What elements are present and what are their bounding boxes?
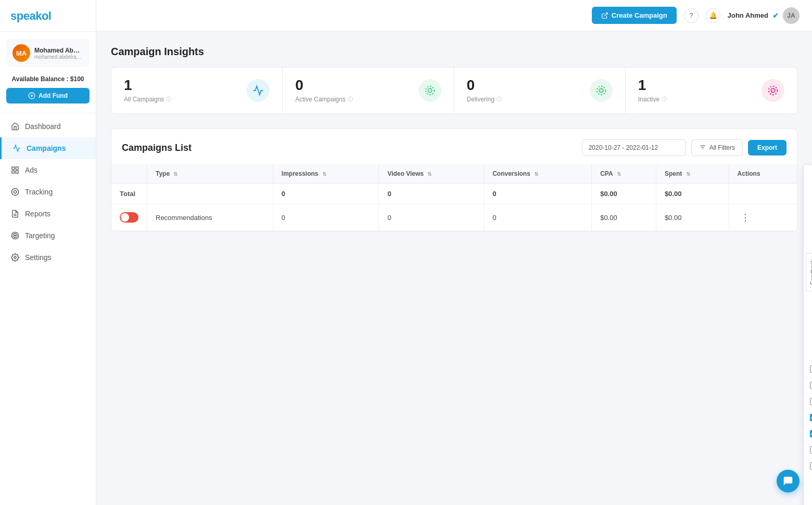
- svg-point-15: [15, 235, 16, 237]
- table-header-row: Type ⇅ Impressions ⇅ Video Views ⇅ Conve…: [111, 164, 797, 184]
- nav-item-settings[interactable]: Settings: [0, 247, 96, 268]
- campaigns-icon: [12, 144, 21, 153]
- svg-point-23: [769, 86, 778, 95]
- all-campaigns-icon: [247, 79, 270, 102]
- create-campaign-button[interactable]: Create Campaign: [592, 7, 677, 24]
- feedback-button[interactable]: Feedback: [806, 253, 813, 291]
- settings-icon: [10, 253, 20, 262]
- campaign-actions: ⋮: [729, 204, 797, 231]
- insight-all-value: 1: [124, 78, 171, 93]
- campaign-video-views: 0: [379, 204, 484, 231]
- table-row-total: Total 0 0 0 $0.00 $0.00: [111, 184, 797, 204]
- total-spent: $0.00: [656, 184, 729, 204]
- svg-point-19: [425, 86, 434, 95]
- main-content: Create Campaign ? 🔔 John Ahmed ✔ JA Camp…: [96, 0, 812, 505]
- nav-item-reports[interactable]: Reports: [0, 203, 96, 225]
- campaign-type: Recommendations: [147, 204, 273, 231]
- col-checkbox-type[interactable]: [810, 414, 812, 421]
- total-actions: [729, 184, 797, 204]
- svg-point-20: [599, 88, 603, 92]
- th-conversions[interactable]: Conversions ⇅: [484, 164, 592, 184]
- insight-delivering: 0 Delivering ⓘ: [454, 68, 626, 113]
- logo-text: speakol: [10, 9, 51, 22]
- total-type: [147, 184, 273, 204]
- col-item-ctr: ⠿ CTR: [804, 458, 812, 474]
- col-checkbox-clicks[interactable]: [810, 446, 812, 454]
- all-campaigns-info-icon[interactable]: ⓘ: [166, 96, 171, 103]
- export-button[interactable]: Export: [748, 140, 786, 156]
- total-conversions: 0: [484, 184, 592, 204]
- campaigns-table: Type ⇅ Impressions ⇅ Video Views ⇅ Conve…: [111, 164, 797, 231]
- th-impressions[interactable]: Impressions ⇅: [273, 164, 379, 184]
- nav-item-ads[interactable]: Ads: [0, 159, 96, 181]
- inactive-info-icon[interactable]: ⓘ: [662, 96, 667, 103]
- ads-icon: [10, 165, 20, 175]
- insight-inactive-value: 1: [638, 78, 667, 93]
- col-item-type: ⠿ Type: [804, 410, 812, 426]
- insight-delivering-value: 0: [467, 78, 502, 93]
- divider: [0, 113, 96, 113]
- th-toggle: [111, 164, 147, 184]
- total-cpa: $0.00: [592, 184, 656, 204]
- campaign-toggle[interactable]: [120, 212, 138, 223]
- total-impressions: 0: [273, 184, 379, 204]
- notification-bell-button[interactable]: 🔔: [706, 8, 720, 23]
- nav-item-campaigns[interactable]: Campaigns: [0, 137, 96, 159]
- svg-point-21: [597, 86, 606, 95]
- list-header: Campaigns List All Filters Export: [111, 139, 797, 164]
- sidebar: speakol MA Mohamed Abdelr... mohamed.abd…: [0, 0, 96, 505]
- tracking-icon: [10, 187, 20, 197]
- col-checkbox-status[interactable]: [810, 398, 812, 405]
- th-video-views[interactable]: Video Views ⇅: [379, 164, 484, 184]
- campaigns-list-section: Campaigns List All Filters Export: [111, 128, 797, 231]
- col-checkbox-account-name[interactable]: [810, 382, 812, 389]
- add-fund-button[interactable]: Add Fund: [6, 88, 90, 103]
- help-icon-button[interactable]: ?: [684, 8, 699, 23]
- svg-line-17: [604, 12, 607, 16]
- avatar: MA: [12, 44, 30, 62]
- col-checkbox-ctr[interactable]: [810, 462, 812, 470]
- svg-point-5: [11, 188, 18, 195]
- reports-icon: [10, 209, 20, 218]
- campaign-spent: $0.00: [656, 204, 729, 231]
- nav-item-tracking[interactable]: Tracking: [0, 181, 96, 203]
- header-avatar: JA: [783, 7, 800, 24]
- inactive-icon: [762, 79, 784, 102]
- table-row: Recommendations 0 0 0 $0.00 $0.00 ⋮: [111, 204, 797, 231]
- col-item-impressions: ⠿ Impressions: [804, 426, 812, 442]
- user-name: Mohamed Abdelr...: [34, 47, 83, 54]
- campaign-impressions: 0: [273, 204, 379, 231]
- list-controls: All Filters Export: [582, 139, 786, 156]
- header-user[interactable]: John Ahmed ✔ JA: [728, 7, 800, 24]
- col-item-campaign-name: ⠿ Campaign Name: [804, 361, 812, 378]
- total-label: Total: [111, 184, 147, 204]
- delivering-icon: [590, 79, 613, 102]
- svg-point-18: [428, 88, 432, 92]
- insight-inactive: 1 Inactive ⓘ: [626, 68, 797, 113]
- svg-point-16: [14, 256, 16, 258]
- date-range-input[interactable]: [582, 139, 686, 156]
- logo-area: speakol: [0, 0, 96, 32]
- insights-grid: 1 All Campaigns ⓘ 0 Active Campaigns ⓘ: [111, 67, 797, 114]
- th-type[interactable]: Type ⇅: [147, 164, 273, 184]
- home-icon: [10, 122, 20, 131]
- delivering-info-icon[interactable]: ⓘ: [497, 96, 502, 103]
- all-filters-button[interactable]: All Filters: [691, 139, 743, 156]
- svg-point-22: [771, 88, 775, 92]
- th-cpa[interactable]: CPA ⇅: [592, 164, 656, 184]
- col-checkbox-campaign-name[interactable]: [810, 366, 812, 373]
- svg-rect-2: [16, 167, 18, 170]
- columns-panel: ⠿ Campaign Name ⠿ Account Name ⠿: [803, 164, 812, 505]
- col-checkbox-impressions[interactable]: [810, 430, 812, 437]
- insights-title: Campaign Insights: [111, 46, 797, 58]
- user-info: Mohamed Abdelr... mohamed.abdelrahman...: [34, 47, 83, 60]
- nav-item-targeting[interactable]: Targeting: [0, 225, 96, 247]
- active-campaigns-info-icon[interactable]: ⓘ: [348, 96, 353, 103]
- chat-button[interactable]: [777, 470, 800, 493]
- active-campaigns-icon: [418, 79, 441, 102]
- balance-row: Available Balance : $100: [0, 74, 96, 88]
- th-spent[interactable]: Spent ⇅: [656, 164, 729, 184]
- campaign-actions-button[interactable]: ⋮: [738, 211, 753, 224]
- campaign-conversions: 0: [484, 204, 592, 231]
- nav-item-dashboard[interactable]: Dashboard: [0, 115, 96, 137]
